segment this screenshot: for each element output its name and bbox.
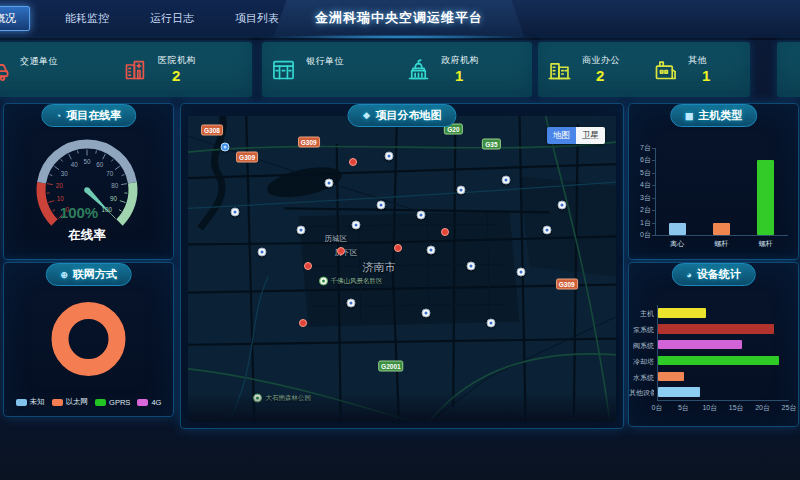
map-mode-button[interactable]: 地图: [547, 127, 576, 144]
y-tick: [652, 160, 655, 161]
y-tick-label: 4台: [629, 181, 651, 189]
gauge-tick: [52, 210, 55, 212]
gauge-tick-label: 60: [96, 161, 104, 168]
gauge-tick-label: 10: [57, 195, 65, 202]
stat-card-group-2: 银行单位 政府机构 1: [262, 42, 532, 97]
x-tick-label: 5台: [671, 404, 695, 412]
gauge-tick-label: 90: [110, 195, 118, 202]
stat-label: 其他: [688, 54, 710, 67]
bar: [669, 223, 686, 235]
bar: [658, 308, 706, 318]
factory-icon: [652, 56, 679, 83]
bar: [658, 340, 742, 350]
panel-title: 主机类型: [698, 108, 742, 123]
gauge-tick: [121, 184, 127, 185]
monitor-icon: ▦: [685, 111, 694, 121]
map-poi-marker[interactable]: [346, 298, 355, 307]
x-category-label: 螺杆: [744, 239, 788, 248]
y-tick-label: 7台: [629, 144, 651, 152]
map-poi-marker[interactable]: [542, 226, 551, 235]
panel-header: ◔ 项目在线率: [41, 104, 136, 127]
map-poi-marker[interactable]: [417, 211, 426, 220]
x-tick-label: 20台: [751, 404, 775, 412]
legend-item[interactable]: 4G: [137, 397, 161, 407]
legend-item[interactable]: 未知: [16, 397, 45, 407]
map-poi-marker[interactable]: [487, 318, 496, 327]
map-canvas[interactable]: G308G309G309G309G20G35G2001济南市历下区历城区千佛山风…: [188, 116, 616, 422]
platform-title: 金洲科瑞中央空调运维平台: [315, 9, 483, 27]
stat-label: 银行单位: [306, 55, 344, 68]
map-place-label: 历城区: [324, 234, 347, 244]
panel-project-map: ❖ 项目分布地图: [180, 103, 624, 429]
map-poi-marker[interactable]: [427, 246, 436, 255]
y-tick: [652, 148, 655, 149]
panel-header: ◕ 设备统计: [671, 263, 755, 286]
road-badge: G2001: [378, 360, 404, 371]
tab-run-log[interactable]: 运行日志: [144, 6, 200, 31]
row-label: 阀系统: [629, 341, 654, 350]
project-marker[interactable]: [349, 158, 357, 166]
park-label: 大石崮森林公园: [265, 393, 311, 402]
project-marker[interactable]: [304, 262, 312, 270]
y-tick-label: 0台: [629, 231, 651, 239]
project-marker[interactable]: [299, 319, 307, 327]
donut-ring: [60, 311, 117, 368]
stat-label: 政府机构: [441, 54, 479, 67]
stat-label: 医院机构: [158, 54, 196, 67]
map-poi-marker[interactable]: [325, 179, 334, 188]
x-tick-label: 15台: [724, 404, 748, 412]
map-poi-marker[interactable]: [421, 308, 430, 317]
legend-label: 未知: [30, 397, 45, 407]
tab-energy-monitor[interactable]: 能耗监控: [59, 6, 115, 31]
map-poi-marker[interactable]: [221, 143, 230, 152]
map-place-label: 济南市: [362, 260, 395, 275]
stat-office: 商业办公 2: [538, 54, 644, 84]
map-poi-marker[interactable]: [557, 201, 566, 210]
map-poi-marker[interactable]: [377, 201, 386, 210]
office-icon: [546, 56, 573, 83]
x-tick-label: 0台: [645, 404, 669, 412]
map-poi-marker[interactable]: [231, 208, 240, 217]
x-tick-label: 10台: [698, 404, 722, 412]
gauge-band: [41, 183, 54, 223]
tab-overview[interactable]: 概况: [0, 6, 30, 31]
gauge-tick: [69, 154, 72, 159]
y-tick-label: 5台: [629, 169, 651, 177]
map-poi-marker[interactable]: [502, 176, 511, 185]
project-marker[interactable]: [394, 244, 402, 252]
tab-project-list[interactable]: 项目列表: [229, 6, 285, 31]
map-poi-marker[interactable]: [467, 261, 476, 270]
map-poi-marker[interactable]: [258, 248, 267, 257]
gauge-tick-label: 30: [61, 170, 69, 177]
legend-item[interactable]: GPRS: [95, 397, 130, 407]
host-type-chart: 0台1台2台3台4台5台6台7台离心螺杆螺杆: [629, 104, 798, 259]
map-poi-marker[interactable]: [385, 151, 394, 160]
map-poi-marker[interactable]: [457, 186, 466, 195]
map-park-marker[interactable]: 千佛山风景名胜区: [319, 276, 383, 285]
project-marker[interactable]: [337, 247, 345, 255]
map-poi-marker[interactable]: [296, 226, 305, 235]
map-layer-switcher: 地图 卫星: [547, 127, 605, 144]
road-badge: G35: [482, 139, 500, 150]
stat-value: [20, 68, 58, 85]
map-poi-marker[interactable]: [517, 268, 526, 277]
map-park-marker[interactable]: 大石崮森林公园: [253, 393, 311, 402]
gauge-tick: [119, 210, 122, 212]
gauge-tick-label: 20: [56, 182, 64, 189]
y-tick-label: 3台: [629, 194, 651, 202]
legend-item[interactable]: 以太网: [52, 397, 89, 407]
project-marker[interactable]: [441, 228, 449, 236]
y-axis: [655, 148, 656, 235]
bar: [713, 223, 730, 235]
map-poi-marker[interactable]: [351, 221, 360, 230]
stat-other: 其他 1: [644, 54, 750, 84]
footer-glow: [0, 434, 800, 480]
x-tick-label: 25台: [777, 404, 799, 412]
legend-label: 以太网: [66, 397, 89, 407]
bar: [658, 356, 779, 366]
panel-project-online-rate: ◔ 项目在线率 0102030405060708090100100%在线率: [3, 103, 174, 260]
gauge-band: [120, 183, 133, 223]
car-icon: [0, 56, 11, 83]
x-axis: [655, 235, 788, 236]
satellite-mode-button[interactable]: 卫星: [576, 127, 605, 144]
